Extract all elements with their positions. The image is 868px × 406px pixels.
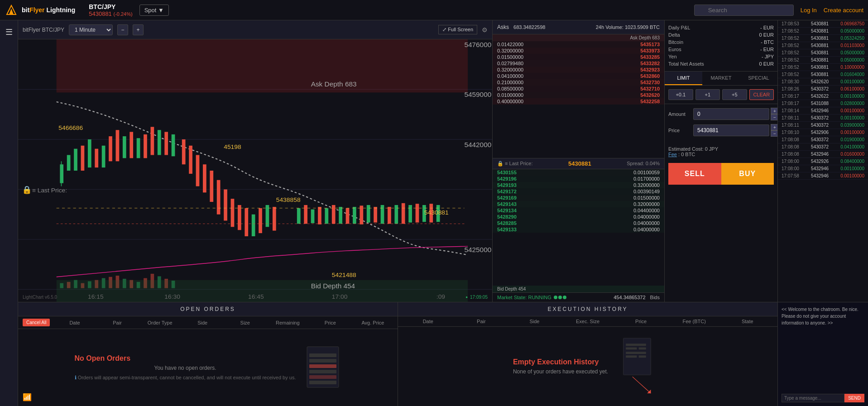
asks-label: Asks — [497, 24, 509, 30]
amount-label: Amount — [668, 111, 693, 117]
hamburger-icon[interactable]: ☰ — [5, 27, 13, 37]
trade-history-row[interactable]: 17:08:30 5432620 0.00100000 — [778, 78, 868, 86]
svg-rect-22 — [109, 136, 112, 161]
trade-history-row[interactable]: 17:08:00 5432926 0.08400000 — [778, 158, 868, 165]
trade-history-row[interactable]: 17:07:58 5432946 0.00100000 — [778, 172, 868, 180]
ask-row[interactable]: 0.01422000 5435173 — [493, 41, 664, 48]
amount-input[interactable] — [693, 108, 769, 120]
bid-row[interactable]: 5429169 0.01500000 — [493, 195, 664, 201]
volume-24h: 24h Volume: 1023.5909 BTC — [596, 24, 660, 30]
ask-row[interactable]: 0.01500000 5433285 — [493, 54, 664, 60]
trade-time: 17:07:58 — [782, 173, 799, 178]
login-button[interactable]: Log In — [801, 7, 817, 14]
ask-depth-label: Ask Depth 683 — [493, 34, 664, 41]
trade-time: 17:08:11 — [782, 123, 799, 128]
fullscreen-button[interactable]: ⤢ Full Screen — [438, 25, 477, 34]
bid-row[interactable]: 5428285 0.04000000 — [493, 220, 664, 226]
trade-size: 0.01604000 — [840, 72, 864, 77]
col-date: Date — [54, 320, 95, 325]
svg-rect-16 — [67, 155, 71, 171]
trade-history-row[interactable]: 17:08:17 5431088 0.02800000 — [778, 100, 868, 107]
bid-row[interactable]: 5430155 0.00100059 — [493, 169, 664, 176]
svg-text:5421488: 5421488 — [332, 272, 356, 278]
trade-size: 0.05000000 — [840, 29, 864, 33]
timeframe-selector[interactable]: 1 Minute 5 Minutes 15 Minutes 1 Hour — [69, 24, 113, 35]
ask-row[interactable]: 0.32000000 5433973 — [493, 48, 664, 54]
trade-history-row[interactable]: 17:08:10 5432906 0.00100000 — [778, 129, 868, 136]
buy-button[interactable]: BUY — [721, 163, 774, 185]
svg-text:≡ Last Price:: ≡ Last Price: — [32, 187, 67, 194]
quick-btn-1[interactable]: +1 — [695, 89, 720, 100]
send-button[interactable]: SEND — [844, 394, 864, 402]
trade-price: 5432946 — [811, 173, 829, 178]
logo-text: bitFlyer Lightning — [22, 6, 75, 14]
bid-row[interactable]: 5429134 0.04400000 — [493, 207, 664, 214]
delta-value: 0 EUR — [759, 32, 774, 38]
zoom-in-button[interactable]: + — [133, 24, 144, 35]
fee-link[interactable]: Fee — [668, 152, 677, 157]
trade-history-row[interactable]: 17:08:53 5430881 0.06968750 — [778, 20, 868, 28]
bid-row[interactable]: 5429196 0.01700000 — [493, 176, 664, 182]
trade-price: 5430881 — [811, 36, 829, 41]
trade-history-row[interactable]: 17:08:52 5430881 0.05000000 — [778, 49, 868, 57]
tab-limit[interactable]: LIMIT — [665, 72, 702, 85]
zoom-out-button[interactable]: − — [117, 24, 128, 35]
ask-row[interactable]: 0.32000000 5432923 — [493, 67, 664, 73]
quick-btn-5[interactable]: +5 — [722, 89, 747, 100]
trade-history-row[interactable]: 17:08:08 5432946 0.01600000 — [778, 151, 868, 158]
market-type-button[interactable]: Spot ▼ — [139, 5, 169, 16]
trade-history-row[interactable]: 17:08:26 5430372 0.06100000 — [778, 86, 868, 93]
quick-btn-01[interactable]: +0.1 — [668, 89, 693, 100]
chat-input[interactable] — [782, 394, 844, 402]
bid-row[interactable]: 5428290 0.04000000 — [493, 214, 664, 220]
ask-row[interactable]: 0.21000000 5432730 — [493, 79, 664, 86]
trade-history-row[interactable]: 17:08:17 5432622 0.00100000 — [778, 93, 868, 100]
trade-history-row[interactable]: 17:08:08 5430372 0.04100000 — [778, 143, 868, 151]
fee-value: : 0 BTC — [678, 152, 695, 157]
settings-button[interactable]: ⚙ — [482, 26, 488, 33]
trade-history-row[interactable]: 17:08:14 5432946 0.00100000 — [778, 107, 868, 115]
dot-3 — [563, 296, 566, 299]
trade-history-row[interactable]: 17:08:08 5430372 0.01900000 — [778, 136, 868, 143]
ask-row[interactable]: 0.04100000 5432860 — [493, 73, 664, 79]
ask-row[interactable]: 0.02799480 5433282 — [493, 60, 664, 67]
open-orders-empty-sub: You have no open orders. — [75, 365, 296, 371]
clear-amount-button[interactable]: CLEAR — [749, 89, 774, 100]
trade-history-row[interactable]: 17:08:52 5430881 0.05000000 — [778, 28, 868, 35]
order-book: Asks 683.34822598 24h Volume: 1023.5909 … — [492, 20, 664, 302]
trade-history-row[interactable]: 17:08:52 5430881 0.01103000 — [778, 42, 868, 49]
trade-history-row[interactable]: 17:08:00 5432946 0.00100000 — [778, 165, 868, 172]
tab-special[interactable]: SPECIAL — [740, 72, 777, 85]
trade-time: 17:08:53 — [782, 21, 799, 26]
price-input[interactable] — [693, 124, 769, 136]
ask-row[interactable]: 0.40000000 5432258 — [493, 98, 664, 105]
ask-row[interactable]: 0.08500000 5432710 — [493, 86, 664, 92]
bid-row[interactable]: 5429172 0.00390149 — [493, 188, 664, 195]
trade-history-row[interactable]: 17:08:52 5430881 0.05000000 — [778, 57, 868, 64]
search-wrap: 🔍 — [694, 5, 794, 16]
bid-row[interactable]: 5429133 0.04000000 — [493, 226, 664, 233]
create-account-button[interactable]: Create account — [824, 7, 863, 14]
trade-size: 0.06100000 — [840, 86, 864, 91]
trade-history-row[interactable]: 17:08:11 5430372 0.03900000 — [778, 122, 868, 129]
svg-rect-101 — [309, 353, 336, 357]
trade-history-row[interactable]: 17:08:11 5430372 0.00100000 — [778, 115, 868, 122]
trade-size: 0.01103000 — [840, 43, 864, 48]
tab-market[interactable]: MARKET — [702, 72, 740, 85]
search-input[interactable] — [694, 5, 794, 16]
trade-history-row[interactable]: 17:08:52 5430881 0.05324250 — [778, 35, 868, 42]
bid-row[interactable]: 5429193 0.32000000 — [493, 182, 664, 188]
cancel-all-button[interactable]: Cancel All — [23, 319, 50, 326]
ob-mid-price: 🔒 ≡ Last Price: 5430881 Spread: 0.04% — [493, 158, 664, 169]
trade-history-row[interactable]: 17:08:52 5430881 0.01604000 — [778, 71, 868, 78]
amount-row: Amount + − — [668, 108, 774, 120]
trade-price: 5430372 — [811, 123, 829, 128]
svg-rect-110 — [639, 347, 646, 349]
total-label: Total Net Assets — [668, 61, 704, 67]
pnl-bitcoin-row: Bitcoin - BTC — [668, 38, 774, 46]
trade-history-row[interactable]: 17:08:52 5430881 0.10000000 — [778, 64, 868, 71]
bid-row[interactable]: 5429143 0.32000000 — [493, 201, 664, 207]
svg-rect-111 — [626, 352, 646, 354]
sell-button[interactable]: SELL — [668, 163, 721, 185]
ask-row[interactable]: 0.01000000 5432620 — [493, 92, 664, 98]
